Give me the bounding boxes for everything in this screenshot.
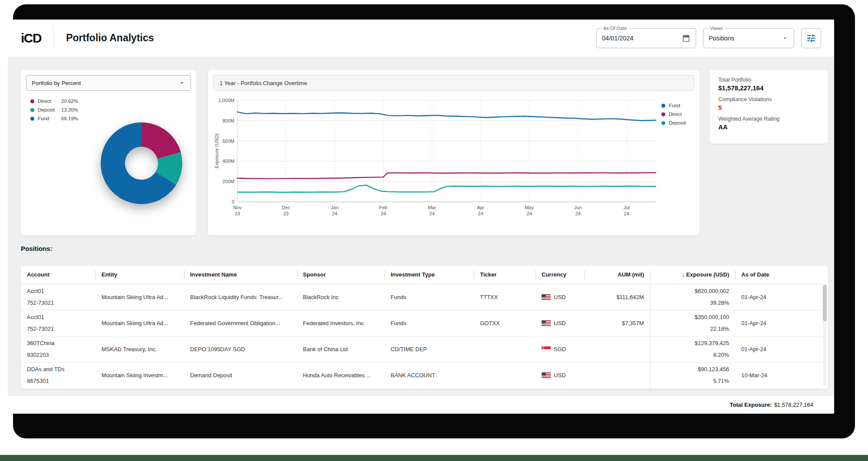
calendar-icon[interactable]: [682, 34, 690, 43]
positions-heading: Positions:: [21, 245, 53, 252]
summary-item: Total Portfolio $1,578,227,164: [718, 77, 819, 92]
cell-ticker: [474, 336, 536, 362]
chart-legend-item: Fund: [661, 103, 689, 108]
svg-text:0: 0: [232, 199, 234, 204]
views-select[interactable]: Views Positions: [703, 28, 794, 48]
cell-investment-name: DEPO 1095DAY SGD: [184, 336, 297, 362]
cell-account: DDAs and TDs8675301: [21, 362, 95, 388]
col-account[interactable]: Account: [21, 266, 95, 284]
us-flag-icon: [542, 294, 551, 300]
col-currency[interactable]: Currency: [536, 266, 584, 284]
cell-as-of-date: 10-Mar-24: [735, 362, 822, 388]
donut-legend: Direct 20.62% Deposit 13.20% Fund 66.19%: [30, 99, 78, 125]
col-as-of-date[interactable]: As of Date: [735, 266, 822, 284]
as-of-date-value: 04/01/2024: [602, 35, 634, 42]
legend-series-name: Deposit: [38, 107, 58, 112]
cell-investment-name: Demand Deposit: [184, 362, 297, 388]
position-row[interactable]: 360TChina9302203 MSKAD Treasury, Inc. DE…: [21, 336, 822, 362]
legend-dot-icon: [30, 99, 34, 103]
summary-value: 5: [718, 104, 819, 111]
chart-legend-item: Deposit: [661, 120, 689, 125]
line-chart-legend: Fund Direct Deposit: [661, 103, 689, 129]
svg-text:800M: 800M: [222, 118, 234, 123]
col-entity[interactable]: Entity: [95, 266, 184, 284]
svg-text:Exposure (USD): Exposure (USD): [214, 134, 219, 168]
svg-text:May: May: [525, 205, 534, 210]
cell-exposure: $129,379,4258.20%: [650, 336, 735, 362]
tune-icon: [806, 33, 816, 43]
cell-exposure: $90,123,4565.71%: [650, 362, 735, 388]
cell-sponsor: Honda Auto Receivables ...: [297, 362, 385, 388]
svg-text:24: 24: [526, 211, 532, 216]
position-row[interactable]: DDAs and TDs8675301 Mountain Skiing Inve…: [21, 362, 822, 388]
filters-button[interactable]: [801, 28, 821, 48]
col-ticker[interactable]: Ticker: [474, 266, 536, 284]
cell-as-of-date: 01-Apr-24: [735, 284, 822, 310]
portfolio-view-select[interactable]: Portfolio by Percent: [26, 75, 191, 91]
cell-sponsor: BlackRock Inc: [297, 284, 385, 310]
header-controls: As Of Date 04/01/2024 Views Positions: [596, 28, 821, 48]
chevron-down-icon: [178, 79, 185, 86]
app-footer: Total Exposure: $1,578,227,164: [8, 396, 834, 414]
views-label: Views: [708, 26, 725, 31]
svg-text:400M: 400M: [222, 158, 234, 164]
svg-text:24: 24: [429, 211, 434, 216]
svg-text:24: 24: [332, 211, 337, 216]
table-scrollbar-thumb[interactable]: [823, 285, 827, 321]
cell-entity: MSKAD Treasury, Inc.: [95, 336, 184, 362]
position-row[interactable]: Acct01752-73021 Mountain Skiing Ultra Ad…: [21, 284, 822, 310]
line-series-deposit: [237, 185, 656, 192]
positions-table-card: Account Entity Investment Name Sponsor I…: [21, 266, 828, 389]
summary-body: Total Portfolio $1,578,227,164 Complianc…: [710, 70, 828, 142]
svg-text:200M: 200M: [222, 179, 234, 184]
icd-logo: iCD: [21, 31, 41, 46]
col-aum[interactable]: AUM (mil): [584, 266, 650, 284]
svg-text:24: 24: [478, 211, 483, 216]
cell-aum: [584, 362, 650, 388]
svg-text:23: 23: [283, 211, 289, 216]
position-row[interactable]: Acct01752-73021 Mountain Skiing Ultra Ad…: [21, 310, 822, 336]
legend-series-percent: 13.20%: [61, 107, 78, 112]
svg-text:24: 24: [575, 211, 581, 216]
cell-currency: USD: [536, 284, 584, 310]
svg-text:Jul: Jul: [624, 205, 630, 210]
chevron-down-icon: [782, 35, 789, 42]
svg-text:Mar: Mar: [428, 205, 436, 210]
us-flag-icon: [542, 320, 551, 326]
donut-chart: [100, 122, 183, 205]
cell-investment-type: CD/TIME DEP: [385, 336, 474, 362]
as-of-date-label: As Of Date: [601, 26, 629, 31]
us-flag-icon: [542, 372, 551, 378]
col-exposure[interactable]: ↓ Exposure (USD): [650, 266, 735, 284]
cell-entity: Mountain Skiing Ultra Ad...: [95, 310, 184, 336]
col-investment-name[interactable]: Investment Name: [184, 266, 297, 284]
chart-legend-item: Direct: [661, 112, 689, 117]
legend-series-percent: 20.62%: [61, 99, 78, 104]
as-of-date-field[interactable]: As Of Date 04/01/2024: [596, 28, 696, 48]
svg-text:Apr: Apr: [477, 205, 484, 210]
cell-exposure: $620,000,00239.28%: [650, 284, 735, 310]
summary-value: $1,578,227,164: [718, 84, 819, 92]
cell-as-of-date: 01-Apr-24: [735, 336, 822, 362]
line-series-fund: [237, 112, 656, 121]
positions-table: Account Entity Investment Name Sponsor I…: [21, 266, 822, 389]
main-content: Portfolio by Percent Direct 20.62% Depos…: [8, 56, 834, 396]
table-scrollbar[interactable]: [823, 285, 827, 386]
cell-entity: Mountain Skiing Investm...: [95, 362, 184, 388]
cell-investment-name: BlackRock Liquidity Funds: Treasur...: [184, 284, 297, 310]
line-chart: 0200M400M600M800M1,000MNov23Dec23Jan24Fe…: [212, 94, 659, 224]
col-sponsor[interactable]: Sponsor: [297, 266, 385, 284]
app-header: iCD Portfolio Analytics As Of Date 04/01…: [8, 20, 834, 56]
cell-sponsor: Federated Investors, Inc: [297, 310, 385, 336]
summary-item: Compliance Violations 5: [718, 96, 819, 111]
donut-slice-direct: [141, 122, 181, 159]
portfolio-breakdown-card: Portfolio by Percent Direct 20.62% Depos…: [21, 70, 196, 235]
svg-text:Feb: Feb: [379, 205, 388, 210]
portfolio-change-card: 1 Year - Portfolio Change Overtime 0200M…: [208, 70, 700, 235]
col-investment-type[interactable]: Investment Type: [385, 266, 474, 284]
sg-flag-icon: [542, 346, 551, 352]
sort-descending-icon: ↓: [682, 271, 685, 278]
cell-aum: $111,642M: [584, 284, 650, 310]
svg-text:Nov: Nov: [233, 205, 242, 210]
legend-dot-icon: [30, 108, 34, 112]
